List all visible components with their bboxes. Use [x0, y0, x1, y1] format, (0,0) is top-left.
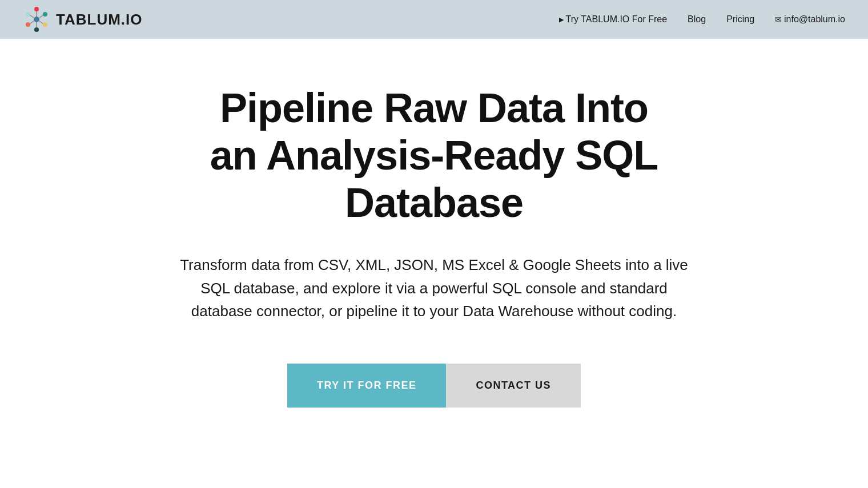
nav-blog[interactable]: Blog [688, 14, 706, 25]
site-header: TABLUM.IO Try TABLUM.IO For Free Blog Pr… [0, 0, 868, 39]
nav-try-free[interactable]: Try TABLUM.IO For Free [559, 14, 668, 25]
hero-subtitle: Transform data from CSV, XML, JSON, MS E… [177, 253, 691, 322]
svg-point-5 [43, 22, 47, 27]
hero-title: Pipeline Raw Data Into an Analysis-Ready… [148, 84, 720, 226]
svg-line-6 [39, 21, 43, 24]
svg-point-1 [34, 7, 39, 11]
cta-button-group: TRY IT FOR FREE CONTACT US [287, 364, 581, 408]
try-free-button[interactable]: TRY IT FOR FREE [287, 364, 447, 408]
svg-line-12 [30, 15, 34, 18]
hero-section: Pipeline Raw Data Into an Analysis-Ready… [0, 39, 868, 442]
svg-point-9 [26, 22, 30, 27]
logo-text: TABLUM.IO [56, 11, 143, 29]
svg-line-10 [30, 21, 34, 24]
contact-us-button[interactable]: CONTACT US [446, 364, 581, 408]
logo-link[interactable]: TABLUM.IO [23, 6, 143, 33]
svg-point-7 [34, 27, 39, 32]
main-nav: Try TABLUM.IO For Free Blog Pricing info… [559, 14, 845, 25]
svg-point-3 [43, 12, 47, 17]
svg-point-0 [34, 17, 39, 22]
svg-point-11 [26, 12, 30, 17]
svg-line-4 [39, 15, 43, 18]
nav-pricing[interactable]: Pricing [726, 14, 754, 25]
nav-email[interactable]: info@tablum.io [775, 14, 845, 25]
logo-icon [23, 6, 50, 33]
